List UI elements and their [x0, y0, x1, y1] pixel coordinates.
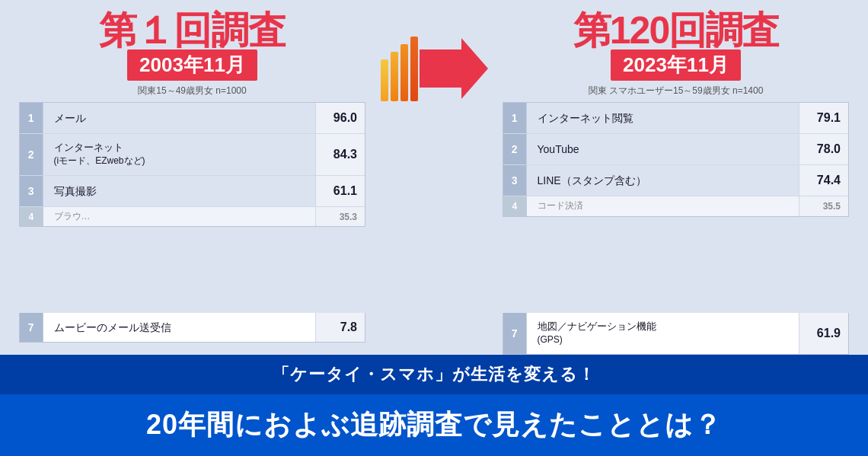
row-num: 2	[20, 134, 43, 176]
row-value: 61.1	[315, 175, 365, 206]
table-row: 1 インターネット閲覧 79.1	[503, 103, 848, 134]
row-value: 78.0	[799, 134, 848, 165]
left-year-badge: 2003年11月	[127, 49, 257, 81]
left-panel: 第１回調査 2003年11月 関東15～49歳男女 n=1000 1 メール 9…	[19, 11, 365, 297]
row-num: 1	[20, 103, 43, 134]
table-row: 3 写真撮影 61.1	[20, 175, 365, 206]
row-value: 35.3	[315, 206, 365, 226]
bottom-table-rows: 7 ムービーのメール送受信 7.8 7 地図／ナビゲーション機能(GPS)	[0, 313, 868, 355]
right-year-badge: 2023年11月	[611, 49, 741, 81]
table-row: 7 地図／ナビゲーション機能(GPS) 61.9	[503, 313, 848, 354]
row-label: ブラウ…	[43, 206, 315, 226]
row-label: メール	[43, 103, 315, 134]
row-label: インターネット閲覧	[526, 103, 799, 134]
main-banner: 20年間におよぶ追跡調査で見えたこととは？	[0, 394, 868, 456]
table-row: 3 LINE（スタンプ含む） 74.4	[503, 165, 848, 196]
right-arrow-icon	[420, 34, 488, 103]
table-row: 2 インターネット(iモード、EZwebなど) 84.3	[20, 134, 365, 176]
subtitle-banner: 「ケータイ・スマホ」が生活を変える！	[0, 355, 868, 394]
row-label: コード決済	[526, 196, 799, 216]
bar-1	[381, 59, 388, 101]
row-value: 84.3	[315, 134, 365, 176]
row-num: 7	[503, 313, 526, 354]
left-subtitle: 関東15～49歳男女 n=1000	[19, 85, 365, 97]
row-num: 2	[503, 134, 526, 165]
row-value: 74.4	[799, 165, 848, 196]
bar-2	[391, 52, 398, 101]
row-value: 96.0	[315, 103, 365, 134]
row-value: 79.1	[799, 103, 848, 134]
right-panel: 第120回調査 2023年11月 関東 スマホユーザー15～59歳男女 n=14…	[503, 11, 849, 297]
row-label: インターネット(iモード、EZwebなど)	[43, 134, 315, 176]
table-row: 1 メール 96.0	[20, 103, 365, 134]
right-bottom-row: 7 地図／ナビゲーション機能(GPS) 61.9	[503, 313, 849, 355]
row-num: 4	[20, 206, 43, 226]
row-value: 61.9	[799, 313, 848, 354]
row-num: 1	[503, 103, 526, 134]
table-row: 7 ムービーのメール送受信 7.8	[20, 313, 365, 342]
right-subtitle: 関東 スマホユーザー15～59歳男女 n=1400	[503, 85, 849, 97]
right-title: 第120回調査 2023年11月 関東 スマホユーザー15～59歳男女 n=14…	[503, 11, 849, 97]
table-row: 4 コード決済 35.5	[503, 196, 848, 216]
row-label: 写真撮影	[43, 175, 315, 206]
row-label: 地図／ナビゲーション機能(GPS)	[526, 313, 799, 354]
right-table: 1 インターネット閲覧 79.1 2 YouTube 78.0 3 LINE（ス…	[503, 102, 849, 217]
left-bottom-row: 7 ムービーのメール送受信 7.8	[19, 313, 365, 355]
left-title: 第１回調査 2003年11月 関東15～49歳男女 n=1000	[19, 11, 365, 97]
left-table: 1 メール 96.0 2 インターネット(iモード、EZwebなど) 84.3 …	[19, 102, 365, 227]
left-survey-title: 第１回調査	[19, 11, 365, 49]
row-value: 35.5	[799, 196, 848, 216]
banner-section: 7 ムービーのメール送受信 7.8 7 地図／ナビゲーション機能(GPS)	[0, 355, 868, 456]
table-row: 4 ブラウ… 35.3	[20, 206, 365, 226]
bar-3	[400, 44, 408, 101]
table-row: 2 YouTube 78.0	[503, 134, 848, 165]
arrow-area	[377, 11, 491, 297]
right-survey-title: 第120回調査	[503, 11, 849, 49]
row-num: 7	[20, 313, 43, 342]
row-num: 3	[20, 175, 43, 206]
main-container: 第１回調査 2003年11月 関東15～49歳男女 n=1000 1 メール 9…	[0, 0, 868, 456]
bar-4	[410, 37, 418, 101]
svg-marker-0	[420, 38, 488, 99]
row-label: YouTube	[526, 134, 799, 165]
row-label: LINE（スタンプ含む）	[526, 165, 799, 196]
row-value: 7.8	[315, 313, 365, 342]
row-num: 4	[503, 196, 526, 216]
row-label: ムービーのメール送受信	[43, 313, 315, 342]
row-num: 3	[503, 165, 526, 196]
